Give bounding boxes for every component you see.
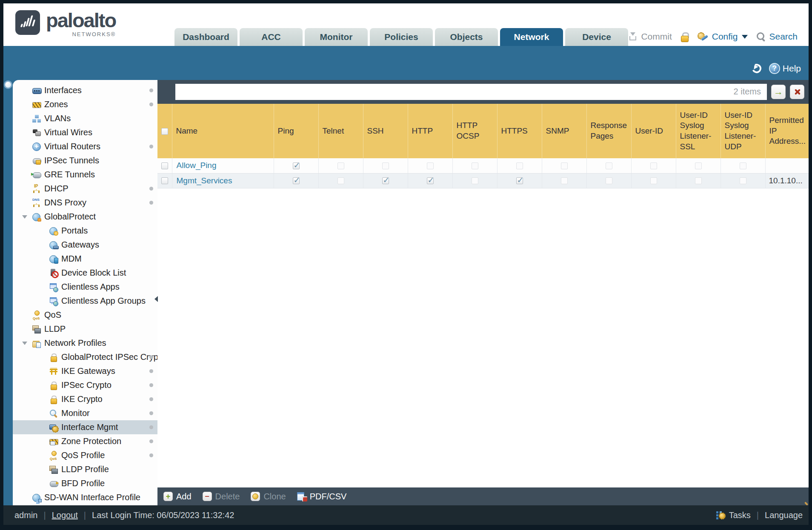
col-http[interactable]: HTTP	[408, 104, 452, 158]
search-button[interactable]: Search	[756, 31, 798, 42]
ssh-checkbox	[382, 162, 389, 169]
col-ssh[interactable]: SSH	[363, 104, 408, 158]
language-button[interactable]: Language	[765, 510, 803, 520]
sidebar-item-ike-crypto[interactable]: IKE Crypto	[13, 392, 157, 406]
sidebar-item-qos-profile[interactable]: QoS Profile	[13, 448, 157, 462]
tab-dashboard[interactable]: Dashboard	[174, 28, 237, 46]
expander-icon[interactable]	[22, 215, 27, 219]
sidebar-item-qos[interactable]: QoS	[13, 308, 157, 322]
col-user-id-syslog-listener-udp[interactable]: User-ID Syslog Listener-UDP	[721, 104, 765, 158]
sidebar-item-dhcp[interactable]: DHCP	[13, 182, 157, 196]
toolbar-button-label: Delete	[215, 492, 240, 502]
tasks-button[interactable]: Tasks	[729, 510, 751, 520]
apply-filter-button[interactable]: →	[771, 85, 786, 99]
app-header: paloalto NETWORKS® DashboardACCMonitorPo…	[3, 3, 809, 46]
toolbar-button-label: PDF/CSV	[310, 492, 347, 502]
sidebar-item-label: QoS	[44, 310, 61, 320]
sidebar-item-interfaces[interactable]: Interfaces	[13, 83, 157, 97]
sidebar-item-mdm[interactable]: MDM	[13, 252, 157, 266]
tab-acc[interactable]: ACC	[240, 28, 303, 46]
commit-button[interactable]: Commit	[628, 31, 672, 42]
sidebar-item-virtual-routers[interactable]: Virtual Routers	[13, 140, 157, 154]
col-permitted-ip-address[interactable]: Permitted IP Address...	[765, 104, 809, 158]
sidebar-item-globalprotect-ipsec-crypto[interactable]: GlobalProtect IPSec Crypto	[13, 350, 157, 364]
sidebar-item-lldp[interactable]: LLDP	[13, 322, 157, 336]
vlans-icon	[32, 114, 41, 123]
table-row: Mgmt_Services10.1.10...	[157, 173, 809, 188]
col-name[interactable]: Name	[172, 104, 274, 158]
sidebar-item-lldp-profile[interactable]: LLDP Profile	[13, 462, 157, 476]
filter-input[interactable]	[175, 84, 767, 100]
sidebar-item-device-block-list[interactable]: Device Block List	[13, 266, 157, 280]
row-link[interactable]: Mgmt_Services	[177, 176, 232, 185]
add-icon: +	[163, 492, 173, 501]
row-checkbox[interactable]	[161, 177, 168, 184]
sidebar-item-bfd-profile[interactable]: BFD Profile	[13, 476, 157, 490]
col-user-id-syslog-listener-ssl[interactable]: User-ID Syslog Listener-SSL	[676, 104, 721, 158]
sidebar-collapse-handle[interactable]	[154, 296, 158, 302]
col-https[interactable]: HTTPS	[497, 104, 542, 158]
sidebar-item-ipsec-crypto[interactable]: IPSec Crypto	[13, 378, 157, 392]
portals-icon	[49, 227, 58, 235]
sidebar-item-portals[interactable]: Portals	[13, 224, 157, 238]
tab-objects[interactable]: Objects	[435, 28, 498, 46]
col-ping[interactable]: Ping	[274, 104, 318, 158]
sidebar-item-monitor[interactable]: Monitor	[13, 406, 157, 420]
https-checkbox	[516, 162, 523, 169]
tab-policies[interactable]: Policies	[370, 28, 433, 46]
tasks-icon	[716, 511, 726, 519]
device-block-list-icon	[49, 269, 58, 277]
col-user-id[interactable]: User-ID	[631, 104, 676, 158]
pdf-csv-button[interactable]: PDF/CSV	[297, 492, 347, 502]
delete-button[interactable]: −Delete	[203, 492, 240, 502]
sidebar-item-ike-gateways[interactable]: IKE Gateways	[13, 364, 157, 378]
col-snmp[interactable]: SNMP	[542, 104, 586, 158]
toolbar-button-label: Add	[176, 492, 192, 502]
sidebar-item-label: Network Profiles	[44, 338, 106, 348]
col-response-pages[interactable]: Response Pages	[586, 104, 631, 158]
sidebar-item-network-profiles[interactable]: Network Profiles	[13, 336, 157, 350]
tab-network[interactable]: Network	[500, 28, 563, 46]
logout-link[interactable]: Logout	[52, 510, 78, 520]
user-id-checkbox	[650, 162, 657, 169]
sidebar-item-label: GRE Tunnels	[44, 170, 95, 180]
sidebar-item-virtual-wires[interactable]: Virtual Wires	[13, 125, 157, 140]
lock-icon[interactable]	[680, 31, 689, 42]
lldp-icon	[32, 325, 41, 333]
col-telnet[interactable]: Telnet	[318, 104, 363, 158]
sidebar-item-globalprotect[interactable]: GlobalProtect	[13, 210, 157, 224]
expander-icon[interactable]	[22, 342, 27, 345]
sidebar-item-clientless-app-groups[interactable]: Clientless App Groups	[13, 294, 157, 308]
http-checkbox	[427, 177, 434, 184]
add-button[interactable]: +Add	[163, 492, 192, 502]
sidebar-item-ipsec-tunnels[interactable]: IPSec Tunnels	[13, 154, 157, 168]
tab-monitor[interactable]: Monitor	[305, 28, 368, 46]
ike-gateways-icon	[49, 367, 58, 376]
refresh-icon[interactable]	[751, 63, 763, 74]
sidebar-item-dns-proxy[interactable]: DNS Proxy	[13, 196, 157, 210]
help-button[interactable]: ? Help	[769, 63, 801, 74]
clone-button[interactable]: Clone	[251, 492, 286, 502]
main-tabs: DashboardACCMonitorPoliciesObjectsNetwor…	[174, 28, 628, 46]
sidebar-item-gateways[interactable]: Gateways	[13, 238, 157, 252]
user-id-syslog-listener-udp-checkbox	[740, 177, 746, 184]
green-arrow-icon: →	[774, 87, 783, 97]
tab-device[interactable]: Device	[565, 28, 628, 46]
col-http-ocsp[interactable]: HTTP OCSP	[452, 104, 497, 158]
row-checkbox[interactable]	[161, 162, 168, 169]
sidebar-item-zone-protection[interactable]: Zone Protection	[13, 434, 157, 448]
sidebar-item-clientless-apps[interactable]: Clientless Apps	[13, 280, 157, 294]
sidebar-item-interface-mgmt[interactable]: Interface Mgmt	[13, 420, 157, 434]
sidebar-item-vlans[interactable]: VLANs	[13, 111, 157, 125]
select-all-checkbox[interactable]	[161, 128, 168, 135]
clientless-app-groups-icon	[49, 297, 58, 305]
sidebar-item-zones[interactable]: Zones	[13, 97, 157, 111]
config-button[interactable]: Config	[698, 31, 748, 42]
row-link[interactable]: Allow_Ping	[177, 161, 217, 170]
clear-filter-button[interactable]	[790, 85, 804, 99]
sidebar-item-label: Clientless Apps	[61, 282, 120, 292]
last-login-time: Last Login Time: 06/05/2023 11:32:42	[92, 510, 234, 520]
sidebar-item-sd-wan-interface-profile[interactable]: SD-WAN Interface Profile	[13, 490, 157, 504]
sidebar-item-gre-tunnels[interactable]: GRE Tunnels	[13, 168, 157, 182]
snmp-checkbox	[561, 162, 568, 169]
